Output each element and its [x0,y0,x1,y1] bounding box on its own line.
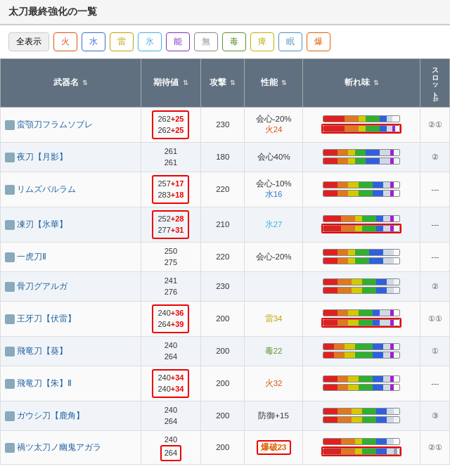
col-attack: 攻撃 ⇅ [201,59,245,108]
attack-cell: 200 [201,430,245,464]
filter-btn-none[interactable]: 無 [194,32,218,51]
period-cell: 240264 [141,336,201,366]
slot-cell: ②① [420,430,450,464]
table-row: 骨刀グアルガ241276230② [1,271,450,301]
weapon-name-cell[interactable]: リムズバルラム [1,172,141,207]
weapon-name-cell[interactable]: 一虎刀Ⅱ [1,242,141,271]
weapon-name-cell[interactable]: ガウシ刀【鹿角】 [1,401,141,430]
table-row: 一虎刀Ⅱ250275220会心-20%--- [1,242,450,271]
table-row: リムズバルラム257+17283+18220会心-10%水16--- [1,172,450,207]
col-slot: スロット ⇅ [420,59,450,108]
attack-cell: 220 [201,172,245,207]
ability-cell: 氷27 [245,207,303,242]
ability-cell: 火32 [245,366,303,401]
slot-cell: --- [420,172,450,207]
sharpness-cell [303,172,420,207]
ability-cell: 防御+15 [245,401,303,430]
weapon-icon [5,314,15,324]
col-period: 期待値 ⇅ [141,59,201,108]
attack-cell: 200 [201,366,245,401]
weapon-icon [5,347,15,356]
period-cell: 241276 [141,271,201,301]
sharpness-cell [303,142,420,172]
ability-cell: 会心-10%水16 [245,172,303,207]
weapon-name-cell[interactable]: 王牙刀【伏雷】 [1,301,141,336]
weapon-name-cell[interactable]: 禍ツ太刀ノ幽鬼アガラ [1,430,141,464]
sharpness-cell [303,336,420,366]
weapon-name-cell[interactable]: 骨刀グアルガ [1,271,141,301]
weapon-name-cell[interactable]: 飛竜刀【朱】Ⅱ [1,366,141,401]
weapon-name-cell[interactable]: 蛮顎刀フラムソブレ [1,107,141,142]
slot-cell: ①① [420,301,450,336]
filter-btn-poison[interactable]: 毒 [222,32,246,51]
slot-cell: ②① [420,107,450,142]
ability-cell [245,271,303,301]
col-name: 武器名 ⇅ [1,59,141,108]
filter-btn-sleep[interactable]: 眠 [278,32,302,51]
sharpness-cell [303,107,420,142]
slot-cell: --- [420,366,450,401]
table-row: 禍ツ太刀ノ幽鬼アガラ240264200爆破23②① [1,430,450,464]
col-ability: 性能 ⇅ [245,59,303,108]
filter-btn-all[interactable]: 全表示 [8,32,49,51]
weapon-icon [5,282,15,292]
col-sharpness: 斬れ味 ⇅ [303,59,420,108]
weapon-icon [5,411,15,421]
filter-bar: 全表示火水雷氷能無毒痺眠爆 [0,25,450,58]
ability-cell: 会心40% [245,142,303,172]
period-cell: 240264 [141,430,201,464]
ability-cell: 爆破23 [245,430,303,464]
attack-cell: 230 [201,107,245,142]
period-cell: 250275 [141,242,201,271]
period-cell: 252+28277+31 [141,207,201,242]
sharpness-cell [303,242,420,271]
slot-cell: ① [420,336,450,366]
table-row: 蛮顎刀フラムソブレ262+25262+25230会心-20%火24②① [1,107,450,142]
table-row: 飛竜刀【葵】240264200毒22① [1,336,450,366]
period-cell: 240264 [141,401,201,430]
weapon-name-cell[interactable]: 凍刃【氷華】 [1,207,141,242]
weapon-name-cell[interactable]: 飛竜刀【葵】 [1,336,141,366]
slot-cell: ② [420,271,450,301]
table-header: 武器名 ⇅ 期待値 ⇅ 攻撃 ⇅ 性能 ⇅ 斬れ味 ⇅ スロット ⇅ [1,59,450,108]
filter-btn-water[interactable]: 水 [82,32,105,51]
filter-btn-blast[interactable]: 爆 [307,32,330,51]
table-row: 凍刃【氷華】252+28277+31210氷27--- [1,207,450,242]
attack-cell: 200 [201,301,245,336]
table-row: ガウシ刀【鹿角】240264200防御+15③ [1,401,450,430]
filter-btn-para[interactable]: 痺 [250,32,274,51]
filter-btn-ice[interactable]: 氷 [138,32,162,51]
attack-cell: 230 [201,271,245,301]
attack-cell: 200 [201,336,245,366]
weapon-name-cell[interactable]: 夜刀【月影】 [1,142,141,172]
slot-cell: ② [420,142,450,172]
filter-btn-dragon[interactable]: 能 [166,32,190,51]
sharpness-cell [303,271,420,301]
period-cell: 240+36264+39 [141,301,201,336]
filter-btn-thunder[interactable]: 雷 [110,32,134,51]
weapon-icon [5,252,15,262]
slot-cell: --- [420,207,450,242]
period-cell: 240+34240+34 [141,366,201,401]
ability-cell: 雷34 [245,301,303,336]
page-title: 太刀最終強化の一覧 [8,6,97,17]
attack-cell: 220 [201,242,245,271]
slot-cell: ③ [420,401,450,430]
sharpness-cell [303,207,420,242]
weapon-icon [5,153,15,162]
weapon-icon [5,443,15,453]
period-cell: 261261 [141,142,201,172]
attack-cell: 210 [201,207,245,242]
period-cell: 262+25262+25 [141,107,201,142]
table-row: 夜刀【月影】261261180会心40%② [1,142,450,172]
sharpness-cell [303,430,420,464]
weapon-icon [5,185,15,195]
ability-cell: 会心-20% [245,242,303,271]
filter-btn-fire[interactable]: 火 [53,32,77,51]
table-row: 王牙刀【伏雷】240+36264+39200雷34①① [1,301,450,336]
weapon-icon [5,220,15,230]
ability-cell: 会心-20%火24 [245,107,303,142]
sharpness-cell [303,366,420,401]
page-header: 太刀最終強化の一覧 [0,0,450,25]
attack-cell: 200 [201,401,245,430]
